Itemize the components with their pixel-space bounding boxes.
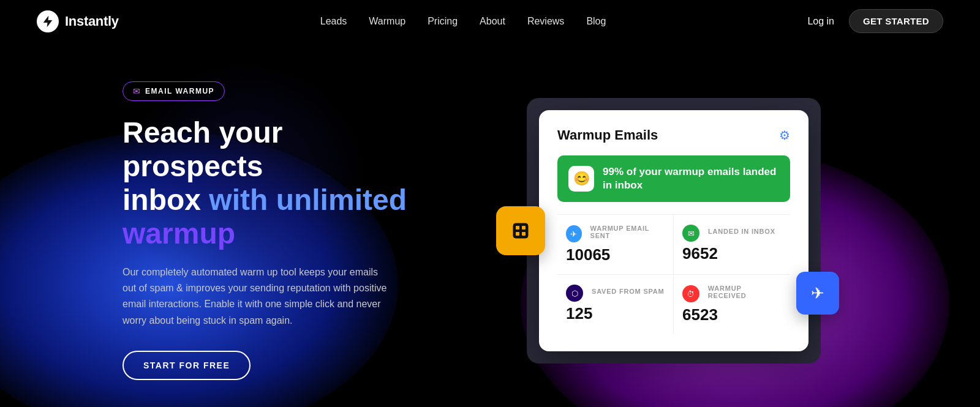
stat-value-received: 6523: [682, 305, 782, 324]
nav-item-blog[interactable]: Blog: [586, 16, 606, 26]
inbox-icon: ✉: [682, 225, 699, 242]
stats-grid: ✈ WARMUP EMAIL SENT 10065 ✉ LANDED IN IN…: [557, 214, 790, 334]
warmup-card: Warmup Emails ⚙ 😊 99% of your warmup ema…: [539, 110, 809, 351]
start-for-free-button[interactable]: START FOR FREE: [123, 351, 251, 380]
nav-item-reviews[interactable]: Reviews: [527, 16, 564, 26]
nav-item-warmup[interactable]: Warmup: [369, 16, 405, 26]
title-line1: Reach your prospects: [123, 116, 282, 182]
float-blue-icon: ✈: [796, 272, 839, 315]
svg-rect-3: [522, 226, 526, 230]
svg-rect-4: [516, 232, 519, 236]
card-wrapper: Warmup Emails ⚙ 😊 99% of your warmup ema…: [527, 98, 821, 364]
float-yellow-icon: [496, 206, 545, 255]
title-line3: warmup: [123, 217, 235, 250]
hero-title: Reach your prospects inbox with unlimite…: [123, 116, 417, 251]
logo-text: Instantly: [65, 13, 119, 29]
stat-row-1: ✈ WARMUP EMAIL SENT: [566, 225, 665, 243]
stat-landed-inbox: ✉ LANDED IN INBOX 9652: [674, 214, 790, 274]
card-title: Warmup Emails: [557, 127, 658, 143]
nav-item-leads[interactable]: Leads: [320, 16, 347, 26]
title-line2: inbox: [123, 184, 209, 216]
gear-icon[interactable]: ⚙: [779, 128, 790, 143]
svg-rect-1: [513, 223, 528, 238]
stat-value-inbox: 9652: [682, 244, 782, 263]
stat-warmup-sent: ✈ WARMUP EMAIL SENT 10065: [557, 214, 674, 274]
stat-value-spam: 125: [566, 304, 665, 323]
received-icon: ⏱: [682, 285, 699, 302]
nav-item-about[interactable]: About: [480, 16, 505, 26]
nav-item-pricing[interactable]: Pricing: [428, 16, 458, 26]
stat-saved-spam: ⬡ SAVED FROM SPAM 125: [557, 274, 674, 334]
banner-text: 99% of your warmup emails landed in inbo…: [603, 165, 779, 192]
stat-label-sent: WARMUP EMAIL SENT: [590, 225, 665, 239]
svg-rect-2: [516, 226, 519, 230]
stat-label-received: WARMUP RECEIVED: [708, 285, 782, 299]
hero-section: ✉ EMAIL WARMUP Reach your prospects inbo…: [0, 42, 980, 407]
svg-rect-5: [522, 232, 526, 236]
stat-warmup-received: ⏱ WARMUP RECEIVED 6523: [674, 274, 790, 334]
inbox-banner: 😊 99% of your warmup emails landed in in…: [557, 155, 790, 202]
logo-icon: [37, 10, 59, 32]
spam-icon: ⬡: [566, 285, 583, 302]
email-badge: ✉ EMAIL WARMUP: [123, 81, 225, 101]
badge-label: EMAIL WARMUP: [145, 87, 214, 95]
stat-value-sent: 10065: [566, 245, 665, 264]
login-button[interactable]: Log in: [807, 16, 834, 27]
sent-icon: ✈: [566, 225, 582, 242]
card-header: Warmup Emails ⚙: [557, 127, 790, 143]
stat-label-spam: SAVED FROM SPAM: [592, 288, 665, 295]
hero-right: Warmup Emails ⚙ 😊 99% of your warmup ema…: [466, 98, 882, 364]
title-highlight: with unlimited: [209, 184, 407, 216]
logo-link[interactable]: Instantly: [37, 10, 119, 32]
hero-description: Our completely automated warm up tool ke…: [123, 264, 392, 329]
nav-links: Leads Warmup Pricing About Reviews Blog: [320, 16, 606, 27]
hero-left: ✉ EMAIL WARMUP Reach your prospects inbo…: [123, 81, 417, 380]
stat-row-3: ⬡ SAVED FROM SPAM: [566, 285, 665, 302]
mail-icon: ✉: [133, 86, 140, 96]
stat-row-2: ✉ LANDED IN INBOX: [682, 225, 782, 242]
svg-marker-0: [43, 16, 51, 26]
stat-row-4: ⏱ WARMUP RECEIVED: [682, 285, 782, 303]
stat-label-inbox: LANDED IN INBOX: [708, 228, 775, 235]
get-started-button[interactable]: GET STARTED: [849, 9, 943, 33]
inbox-face-icon: 😊: [568, 166, 594, 192]
navbar: Instantly Leads Warmup Pricing About Rev…: [0, 0, 980, 42]
nav-actions: Log in GET STARTED: [807, 9, 943, 33]
